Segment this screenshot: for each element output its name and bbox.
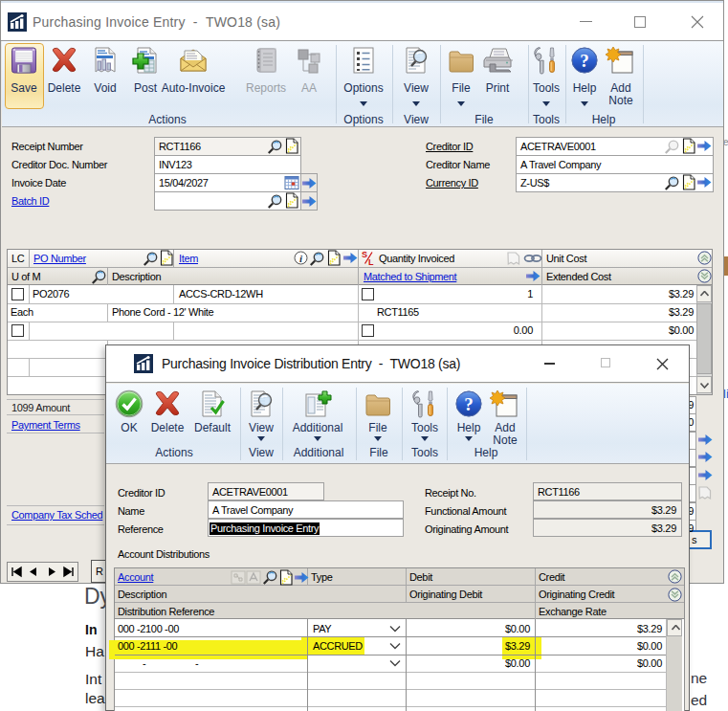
svg-text:?: ? — [464, 394, 474, 414]
svg-text:L: L — [368, 257, 374, 266]
svg-text:S: S — [362, 250, 367, 259]
svg-text:?: ? — [580, 51, 589, 71]
